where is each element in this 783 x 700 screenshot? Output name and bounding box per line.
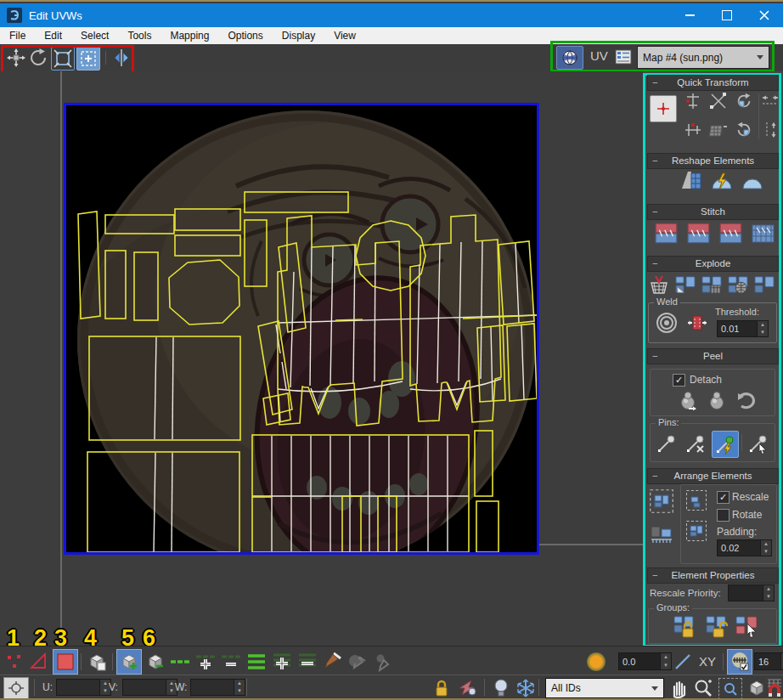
peel-mode-button[interactable] xyxy=(705,388,729,412)
group-button[interactable] xyxy=(671,614,698,640)
paint-select-button[interactable] xyxy=(321,650,343,674)
v-value[interactable] xyxy=(122,679,166,696)
ungroup-button[interactable] xyxy=(703,614,730,640)
relax-button[interactable] xyxy=(740,168,765,194)
grow-ring-button[interactable] xyxy=(270,650,294,674)
menu-select[interactable]: Select xyxy=(71,27,118,44)
auto-pin-button[interactable] xyxy=(712,431,739,458)
reset-peel-button[interactable] xyxy=(734,388,758,412)
soft-selection-falloff-button[interactable] xyxy=(586,652,606,672)
vertex-mode-button[interactable] xyxy=(3,651,25,673)
absolute-coords-button[interactable] xyxy=(3,677,29,699)
move-selected-button[interactable] xyxy=(650,95,677,122)
uv-space[interactable] xyxy=(64,103,539,555)
rotate-cw-button[interactable] xyxy=(733,90,755,112)
shrink-loop-button[interactable] xyxy=(219,650,243,674)
section-quick-transform[interactable]: −Quick Transform xyxy=(647,75,779,91)
zoom-extents-button[interactable] xyxy=(746,677,768,699)
grow-selection-button[interactable] xyxy=(116,649,142,675)
show-hidden-button[interactable] xyxy=(491,677,511,699)
unpin-tool-button[interactable] xyxy=(683,431,708,456)
pack-together-button[interactable] xyxy=(648,522,675,549)
space-horizontal-button[interactable] xyxy=(760,90,780,112)
quick-peel-button[interactable] xyxy=(676,388,700,412)
zoom-region-button[interactable] xyxy=(718,678,742,700)
rescale-priority-spinner[interactable]: ▲▼ xyxy=(728,584,775,601)
weld-selected-button[interactable] xyxy=(684,310,710,336)
threshold-spin-buttons[interactable]: ▲▼ xyxy=(758,320,769,337)
flatten-by-smoothing-button[interactable] xyxy=(647,273,671,296)
edge-mode-button[interactable] xyxy=(27,651,49,673)
align-cross-button[interactable] xyxy=(707,90,729,112)
rescale-checkbox[interactable]: ✓ xyxy=(717,491,729,504)
space-vertical-button[interactable] xyxy=(760,119,780,141)
menu-view[interactable]: View xyxy=(324,27,365,44)
flatten-by-smoothing-group-button[interactable] xyxy=(726,273,750,296)
w-coordinate-spinner[interactable]: ▲▼ xyxy=(190,679,245,696)
align-vertical-button[interactable] xyxy=(682,90,704,112)
pan-button[interactable] xyxy=(668,677,690,699)
pin-tool-button[interactable] xyxy=(654,431,679,456)
stitch-average-button[interactable] xyxy=(718,221,745,246)
w-value[interactable] xyxy=(190,679,234,696)
hide-selected-button[interactable] xyxy=(455,677,481,699)
priority-spin-buttons[interactable]: ▲▼ xyxy=(763,584,775,601)
weld-target-button[interactable] xyxy=(654,310,679,336)
menu-edit[interactable]: Edit xyxy=(35,27,71,44)
rotate-checkbox[interactable] xyxy=(717,509,729,522)
element-mode-button[interactable] xyxy=(85,650,109,674)
grid-snap-button[interactable] xyxy=(727,649,752,675)
paint-shrink-button[interactable] xyxy=(372,650,394,674)
rescale-priority-value[interactable] xyxy=(728,584,763,601)
padding-spin-buttons[interactable]: ▲▼ xyxy=(761,539,772,556)
align-horizontal-button[interactable] xyxy=(682,119,704,141)
lock-selection-button[interactable] xyxy=(431,677,452,699)
v-coordinate-spinner[interactable]: ▲▼ xyxy=(122,679,177,696)
shrink-selection-button[interactable] xyxy=(144,650,167,674)
menu-mapping[interactable]: Mapping xyxy=(161,27,218,44)
flatten-custom-button[interactable] xyxy=(752,273,776,296)
menu-file[interactable]: File xyxy=(0,27,35,44)
edge-loop-button[interactable] xyxy=(168,650,192,674)
section-peel[interactable]: −Peel xyxy=(647,348,779,364)
grid-size-value[interactable]: 16 xyxy=(754,652,781,670)
material-id-filter-dropdown[interactable]: All IDs xyxy=(545,678,664,698)
maximize-button[interactable] xyxy=(708,3,746,27)
rotate-ccw-button[interactable] xyxy=(733,119,755,141)
face-mode-button[interactable] xyxy=(53,649,78,675)
freeze-button[interactable] xyxy=(515,677,537,699)
u-value[interactable] xyxy=(56,679,100,696)
snap-toggle-button[interactable] xyxy=(766,677,783,699)
stitch-target-button[interactable] xyxy=(750,221,777,246)
close-button[interactable] xyxy=(746,3,783,27)
section-explode[interactable]: −Explode xyxy=(647,256,779,272)
padding-value[interactable]: 0.02 xyxy=(717,539,761,556)
pack-region-button[interactable] xyxy=(684,519,708,543)
edge-ring-button[interactable] xyxy=(245,650,268,674)
threshold-value[interactable]: 0.01 xyxy=(717,320,758,337)
falloff-space-button[interactable]: XY xyxy=(695,651,720,671)
grow-loop-button[interactable] xyxy=(194,650,217,674)
weld-threshold-spinner[interactable]: 0.01 ▲▼ xyxy=(717,320,769,337)
select-pinned-button[interactable] xyxy=(746,431,771,456)
uv-editor-canvas[interactable] xyxy=(0,71,643,646)
minimize-button[interactable] xyxy=(671,3,708,27)
detach-checkbox[interactable]: ✓ xyxy=(673,374,685,387)
falloff-value[interactable]: 0.0 xyxy=(618,652,661,670)
falloff-spinner[interactable]: 0.0 ▲▼ xyxy=(618,652,672,670)
falloff-curve-button[interactable] xyxy=(673,651,693,673)
pack-full-button[interactable] xyxy=(684,488,708,512)
stitch-custom-button[interactable] xyxy=(653,221,680,246)
menu-display[interactable]: Display xyxy=(273,27,324,44)
section-reshape-elements[interactable]: −Reshape Elements xyxy=(647,153,779,169)
grid-size-spinner[interactable]: 16 ▲▼ xyxy=(754,652,783,670)
w-spin-buttons[interactable]: ▲▼ xyxy=(234,679,245,696)
falloff-spin-buttons[interactable]: ▲▼ xyxy=(661,652,672,670)
section-stitch[interactable]: −Stitch xyxy=(647,204,779,220)
relax-until-flat-button[interactable] xyxy=(679,168,704,194)
select-group-button[interactable] xyxy=(734,614,761,640)
relax-fast-button[interactable] xyxy=(709,168,735,194)
pack-normalize-button[interactable] xyxy=(648,488,675,515)
menu-tools[interactable]: Tools xyxy=(118,27,161,44)
zoom-button[interactable] xyxy=(691,677,715,699)
